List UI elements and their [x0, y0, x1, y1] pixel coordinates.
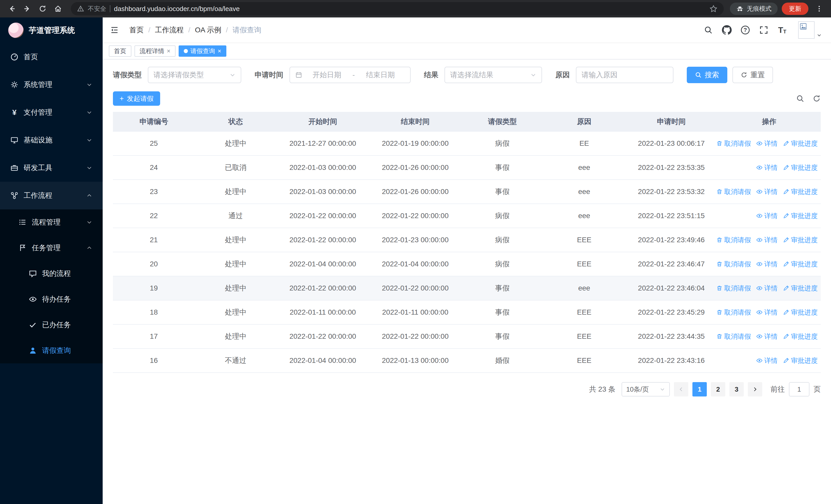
approval-progress-link[interactable]: 审批进度: [783, 332, 818, 341]
detail-link[interactable]: 详情: [756, 236, 778, 244]
bookmark-star-icon[interactable]: [709, 5, 718, 13]
cancel-leave-link[interactable]: 取消请假: [718, 308, 751, 317]
sidebar-item-task-management[interactable]: 任务管理: [0, 235, 103, 261]
page-button-1[interactable]: 1: [692, 382, 707, 396]
approval-progress-link[interactable]: 审批进度: [783, 163, 818, 172]
close-icon[interactable]: ×: [218, 48, 221, 54]
cancel-leave-link[interactable]: 取消请假: [718, 236, 751, 244]
detail-link[interactable]: 详情: [756, 139, 778, 148]
tab-leave-query[interactable]: 请假查询 ×: [179, 46, 226, 57]
tab-home[interactable]: 首页: [109, 46, 132, 57]
browser-menu-button[interactable]: [812, 2, 826, 16]
user-menu[interactable]: [798, 21, 822, 39]
table-toolbar: + 发起请假: [113, 91, 821, 106]
approval-progress-link[interactable]: 审批进度: [783, 260, 818, 269]
cancel-leave-link[interactable]: 取消请假: [718, 332, 751, 341]
chevron-down-icon: [86, 137, 92, 143]
sidebar-item-infrastructure[interactable]: 基础设施: [0, 126, 103, 154]
reason-input[interactable]: [576, 67, 674, 83]
sidebar-item-leave-query[interactable]: 请假查询: [0, 338, 103, 363]
sidebar-item-pending-tasks[interactable]: 待办任务: [0, 287, 103, 312]
breadcrumb-current: 请假查询: [232, 25, 261, 35]
detail-link[interactable]: 详情: [756, 356, 778, 365]
fullscreen-button[interactable]: [757, 23, 770, 37]
toggle-search-button[interactable]: [796, 94, 804, 102]
breadcrumb-separator: /: [148, 26, 150, 34]
tab-process-detail[interactable]: 流程详情 ×: [135, 46, 175, 57]
sidebar-item-process-management[interactable]: 流程管理: [0, 209, 103, 235]
breadcrumb-oa-example[interactable]: OA 示例: [195, 25, 222, 35]
security-warning-label: 不安全: [88, 5, 106, 13]
page-button-3[interactable]: 3: [729, 382, 744, 396]
sidebar-item-system[interactable]: 系统管理: [0, 71, 103, 98]
approval-progress-link[interactable]: 审批进度: [783, 236, 818, 244]
approval-progress-link[interactable]: 审批进度: [783, 211, 818, 220]
sidebar-item-workflow[interactable]: 工作流程: [0, 182, 103, 209]
header-search-button[interactable]: [701, 23, 715, 37]
breadcrumb-home[interactable]: 首页: [130, 25, 144, 35]
cancel-leave-link[interactable]: 取消请假: [718, 260, 751, 269]
detail-link[interactable]: 详情: [756, 187, 778, 196]
apply-time-range-picker[interactable]: 开始日期 - 结束日期: [289, 67, 411, 83]
breadcrumb-separator: /: [226, 26, 228, 34]
create-leave-button[interactable]: + 发起请假: [113, 91, 160, 106]
detail-link[interactable]: 详情: [756, 211, 778, 220]
page-size-select[interactable]: 10条/页: [622, 382, 670, 396]
sidebar-item-my-processes[interactable]: 我的流程: [0, 261, 103, 287]
detail-link[interactable]: 详情: [756, 260, 778, 269]
github-icon: [722, 25, 732, 35]
close-icon[interactable]: ×: [167, 48, 170, 54]
col-end-time: 结束时间: [369, 112, 461, 131]
github-link[interactable]: [720, 23, 734, 37]
search-button[interactable]: 搜索: [687, 67, 727, 83]
leave-table: 申请编号 状态 开始时间 结束时间 请假类型 原因 申请时间 操作 25 处理中…: [113, 112, 821, 373]
cancel-leave-link[interactable]: 取消请假: [718, 139, 751, 148]
sidebar-item-home[interactable]: 首页: [0, 43, 103, 71]
font-size-button[interactable]: TT: [776, 23, 789, 37]
actions-cell: 取消请假 详情 审批进度: [718, 187, 821, 196]
help-button[interactable]: ?: [739, 23, 752, 37]
approval-progress-link[interactable]: 审批进度: [783, 308, 818, 317]
tags-view: 首页 流程详情 × 请假查询 ×: [103, 43, 831, 60]
forward-button[interactable]: [21, 2, 34, 16]
detail-link[interactable]: 详情: [756, 163, 778, 172]
pagination: 共 23 条 10条/页 1 2 3 前往: [113, 382, 821, 396]
approval-progress-link[interactable]: 审批进度: [783, 187, 818, 196]
goto-page-input[interactable]: [789, 382, 809, 396]
page-button-2[interactable]: 2: [711, 382, 725, 396]
breadcrumb-workflow[interactable]: 工作流程: [155, 25, 184, 35]
result-select[interactable]: 请选择流结果: [445, 67, 542, 83]
detail-link[interactable]: 详情: [756, 308, 778, 317]
next-page-button[interactable]: [748, 382, 762, 396]
address-bar[interactable]: 不安全 dashboard.yudao.iocoder.cn/bpm/oa/le…: [71, 2, 724, 16]
cancel-leave-link[interactable]: 取消请假: [718, 187, 751, 196]
reset-button[interactable]: 重置: [733, 67, 773, 83]
cancel-leave-link[interactable]: 取消请假: [718, 284, 751, 293]
status-cell: 已取消: [195, 155, 277, 180]
refresh-table-button[interactable]: [812, 94, 821, 102]
refresh-icon: [812, 94, 821, 102]
approval-progress-link[interactable]: 审批进度: [783, 139, 818, 148]
sidebar-item-done-tasks[interactable]: 已办任务: [0, 312, 103, 338]
chevron-up-icon: [86, 192, 92, 199]
home-button[interactable]: [51, 2, 65, 16]
incognito-label: 无痕模式: [747, 5, 771, 13]
prev-page-button[interactable]: [674, 382, 688, 396]
detail-link[interactable]: 详情: [756, 284, 778, 293]
back-button[interactable]: [5, 2, 19, 16]
app-logo[interactable]: 芋道管理系统: [0, 18, 103, 43]
approval-progress-link[interactable]: 审批进度: [783, 284, 818, 293]
sidebar-item-payment[interactable]: ¥ 支付管理: [0, 98, 103, 126]
reload-button[interactable]: [36, 2, 49, 16]
leave-type-select[interactable]: 请选择请假类型: [148, 67, 241, 83]
incognito-icon: [736, 5, 744, 12]
status-cell: 通过: [195, 204, 277, 228]
pagination-total: 共 23 条: [589, 384, 615, 394]
approval-progress-link[interactable]: 审批进度: [783, 356, 818, 365]
breadcrumb-separator: /: [189, 26, 191, 34]
sidebar-collapse-button[interactable]: [110, 25, 119, 35]
update-button[interactable]: 更新: [782, 3, 808, 15]
monitor-icon: [10, 136, 19, 144]
sidebar-item-dev-tools[interactable]: 研发工具: [0, 154, 103, 182]
detail-link[interactable]: 详情: [756, 332, 778, 341]
